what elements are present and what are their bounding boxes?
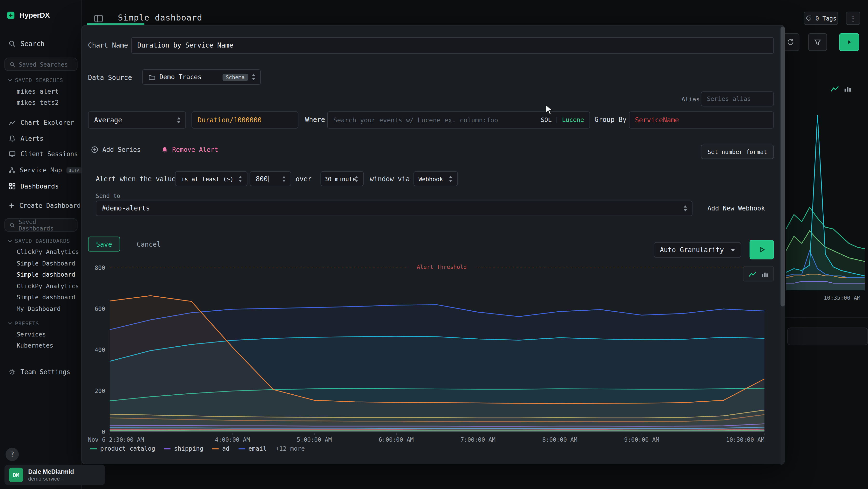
alert-threshold-input[interactable]: 800 [250,171,291,186]
alias-input[interactable]: Series alias [701,91,774,107]
legend-item[interactable]: product-catalog [90,445,155,452]
bar-chart-icon [844,85,851,92]
text-caret [268,175,269,182]
page-title: Simple dashboard [118,13,202,23]
field-input[interactable]: Duration/1000000 [191,111,298,128]
alias-label: Alias [681,96,700,103]
chart-legend: product-catalogshippingademail+12 more [90,445,305,452]
sidebar-item-service-map[interactable]: Service Map BETA [0,164,82,176]
preset-item[interactable]: Kubernetes [0,340,82,351]
beta-badge: BETA [66,167,82,173]
user-profile-chip[interactable]: DM Dale McDiarmid demo-service - [4,465,105,485]
duration-by-service-chart[interactable] [110,268,765,432]
saved-dashboard-item[interactable]: ClickPy Analytics [0,247,82,258]
group-by-label: Group By [595,116,627,123]
sidebar-item-client-sessions[interactable]: Client Sessions [0,148,82,160]
remove-alert-button[interactable]: Remove Alert [161,146,218,153]
alert-condition-select[interactable]: is at least (≥) [175,171,248,186]
legend-item[interactable]: shipping [164,445,203,452]
line-chart-toggle[interactable] [748,270,756,277]
tags-count-label: 0 Tags [815,15,836,22]
group-by-input[interactable]: ServiceName [629,111,774,128]
more-menu-button[interactable]: ⋮ [846,11,860,25]
sidebar-item-alerts[interactable]: Alerts [0,133,82,145]
where-label: Where [305,116,325,123]
background-chart [786,110,865,290]
sql-toggle[interactable]: SQL [541,116,552,123]
legend-item[interactable]: ad [212,445,229,452]
saved-search-item[interactable]: mikes alert [0,86,82,97]
search-icon [8,40,16,48]
background-chart-type-toggle[interactable] [830,85,851,92]
legend-item[interactable]: +12 more [276,445,305,452]
legend-label: email [248,445,267,452]
app-root: HyperDX Search Saved Searches SAVED SEAR… [0,0,868,489]
run-query-button[interactable] [839,33,859,51]
saved-dashboard-item[interactable]: Simple dashboard [0,292,82,304]
help-button[interactable]: ? [5,448,19,461]
legend-swatch [212,448,219,449]
sidebar-item-search[interactable]: Search [0,38,82,50]
set-number-format-button[interactable]: Set number format [701,145,774,159]
saved-dashboard-item[interactable]: ClickPy Analytics [0,281,82,292]
sidebar-item-chart-explorer[interactable]: Chart Explorer [0,116,82,128]
cancel-button[interactable]: Cancel [137,240,161,248]
chevron-down-icon [8,239,12,242]
saved-dashboards-input[interactable]: Saved Dashboards [4,219,78,232]
background-panel [787,327,868,345]
kebab-menu-icon: ⋮ [849,14,857,23]
hyperdx-logo-icon [7,11,15,19]
scrollbar-thumb[interactable] [780,27,785,306]
tags-button[interactable]: 0 Tags [804,11,838,25]
x-axis-tick-label: 5:00:00 AM [297,436,332,443]
alias-placeholder: Series alias [707,95,751,103]
saved-dashboards-header[interactable]: SAVED DASHBOARDS [8,238,70,244]
search-icon [9,222,15,228]
run-chart-button[interactable] [750,240,774,259]
brand[interactable]: HyperDX [7,11,50,19]
collapse-sidebar-button[interactable] [92,11,105,25]
filter-button[interactable] [808,33,827,51]
saved-searches-list: mikes alertmikes tets2 [0,86,82,108]
y-axis-tick-label: 800 [86,264,105,271]
add-series-button[interactable]: Add Series [91,146,141,153]
chart-name-input[interactable]: Duration by Service Name [131,37,774,54]
save-button[interactable]: Save [88,236,120,252]
avatar: DM [9,468,23,482]
preset-item[interactable]: Services [0,329,82,340]
sidebar-item-label: Team Settings [21,368,70,376]
sidebar-item-team-settings[interactable]: Team Settings [0,366,82,378]
mouse-cursor [545,104,553,116]
data-source-select[interactable]: Demo Traces Schema [142,69,261,85]
granularity-select[interactable]: Auto Granularity [654,242,741,258]
legend-item[interactable]: email [239,445,267,452]
alert-window-select[interactable]: 30 minute [320,171,364,186]
y-axis-tick-label: 400 [86,346,105,353]
saved-searches-header[interactable]: SAVED SEARCHES [8,77,63,83]
sidebar-item-label: Search [21,40,44,48]
presets-header[interactable]: PRESETS [8,320,39,326]
saved-dashboard-item[interactable]: Simple dashboard [0,269,82,281]
x-axis-tick [110,433,110,435]
alert-channel-select[interactable]: Webhook [413,171,458,186]
create-dashboard-button[interactable]: Create Dashboard [0,200,82,212]
saved-searches-input[interactable]: Saved Searches [4,58,78,71]
sidebar-item-label: Dashboards [21,182,59,190]
send-to-select[interactable]: #demo-alerts [96,201,692,216]
remove-alert-label: Remove Alert [172,146,218,153]
saved-search-item[interactable]: mikes tets2 [0,97,82,108]
sidebar-item-dashboards[interactable]: Dashboards [0,180,82,192]
scrollbar-track[interactable] [780,26,785,465]
gear-icon [8,368,16,376]
bar-chart-toggle[interactable] [762,270,769,277]
lucene-toggle[interactable]: Lucene [562,116,584,123]
grid-icon [8,182,16,190]
add-new-webhook-button[interactable]: Add New Webhook [707,204,765,212]
select-chevrons-icon [684,205,688,211]
select-chevrons-icon [239,176,243,182]
service-map-icon [8,166,15,174]
saved-dashboard-item[interactable]: Simple Dashboard [0,258,82,269]
play-icon [758,246,765,253]
saved-dashboard-item[interactable]: My Dashboard [0,304,82,315]
aggregation-select[interactable]: Average [88,111,186,128]
